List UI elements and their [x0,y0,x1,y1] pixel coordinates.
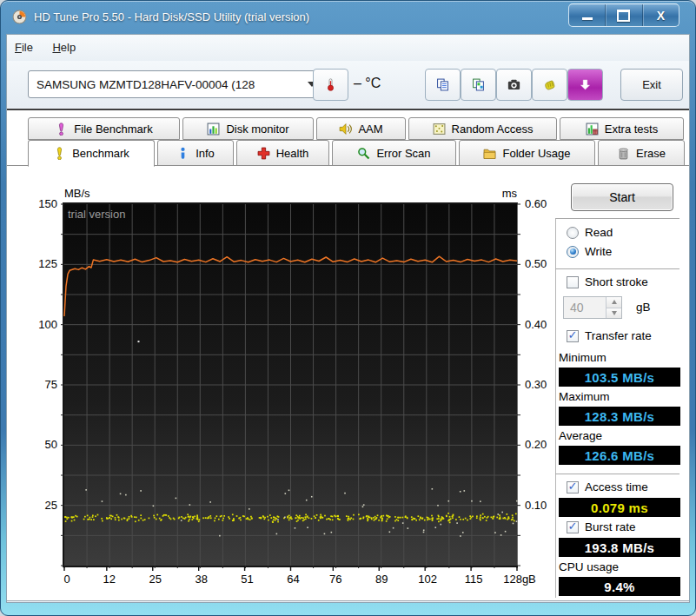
stepper-up-button[interactable] [607,297,621,308]
temperature-button[interactable] [313,69,348,101]
plot-canvas [64,204,517,566]
read-radio[interactable]: Read [567,226,613,239]
drive-select-value: SAMSUNG MZMTD128HAFV-00004 (128 [36,78,255,91]
file-benchmark-icon [55,123,68,136]
y-right-tick: 0.40 [525,318,547,331]
write-radio-circle[interactable] [567,246,579,258]
y-left-tick: 25 [23,499,57,512]
y-left-tick: 50 [23,438,57,451]
minimum-value: 103.5 MB/s [559,368,680,387]
close-button[interactable]: X [642,4,679,26]
burst-rate-checkbox[interactable] [567,521,579,533]
tab-extra-tests[interactable]: Extra tests [560,117,684,140]
x-tick: 51 [228,573,268,586]
y-right-tick: 0.60 [525,197,547,210]
tab-error-scan[interactable]: Error Scan [332,140,456,166]
transfer-rate-checkbox[interactable] [567,330,579,342]
download-button[interactable] [567,69,603,101]
y-right-tick: 0.20 [525,438,547,451]
toolbar: SAMSUNG MZMTD128HAFV-00004 (128 – °C [7,61,689,108]
disk-monitor-icon [207,123,220,136]
exit-button[interactable]: Exit [620,69,683,101]
tab-file-benchmark[interactable]: File Benchmark [28,117,180,140]
tab-info[interactable]: Info [157,140,234,166]
drive-select[interactable]: SAMSUNG MZMTD128HAFV-00004 (128 [28,70,325,98]
menu-file[interactable]: File [7,35,41,59]
copy-text-button[interactable] [425,69,461,101]
benchmark-icon [53,147,66,160]
trash-icon [617,147,630,160]
x-tick: 115 [454,573,494,586]
access-time-checkbox[interactable] [567,481,579,493]
tab-row-primary: Benchmark Info Health [28,140,685,166]
short-stroke-size-value: 40 [570,301,584,315]
y-right-tick: 0.30 [525,378,547,391]
maximize-button[interactable] [605,4,641,26]
maximum-label: Maximum [559,390,610,403]
write-radio[interactable]: Write [567,245,612,258]
caption-buttons: X [568,3,679,27]
maximize-icon [617,10,630,22]
y-left-tick: 125 [23,257,57,270]
average-value: 126.6 MB/s [559,446,680,465]
start-button[interactable]: Start [571,183,673,211]
access-time-checkbox-row[interactable]: Access time [567,480,648,493]
x-tick: 102 [408,573,447,586]
extra-tests-icon [586,123,599,136]
copy-image-button[interactable] [461,69,496,101]
menu-help[interactable]: Help [44,35,83,59]
separator [555,268,679,269]
short-stroke-checkbox[interactable] [567,276,579,288]
x-tick: 89 [361,573,401,586]
burst-rate-value: 193.8 MB/s [559,538,680,557]
maximum-value: 128.3 MB/s [559,407,680,426]
close-icon: X [657,10,665,22]
x-tick: 64 [274,573,314,586]
tab-aam[interactable]: AAM [316,117,406,140]
y-right-tick: 0.10 [525,499,547,512]
menu-bar: File Help [7,35,689,61]
main-panel: File Benchmark Disk monitor [7,109,689,601]
title-bar: HD Tune Pro 5.50 - Hard Disk/SSD Utility… [1,1,695,34]
screenshot-button[interactable] [496,69,532,101]
copy-text-icon [436,78,449,91]
short-stroke-size-stepper[interactable]: 40 [563,296,622,319]
transfer-rate-checkbox-row[interactable]: Transfer rate [567,329,652,342]
separator [555,474,679,474]
short-stroke-unit: gB [636,301,651,314]
y-left-tick: 150 [23,197,57,210]
access-time-value: 0.079 ms [559,498,680,517]
donate-button[interactable] [532,69,567,101]
trial-watermark: trial version [68,208,125,221]
minimize-button[interactable] [569,4,605,26]
y-right-tick: 0.50 [525,257,547,270]
stepper-down-button[interactable] [607,308,621,319]
app-icon [12,10,27,24]
stepper-buttons [606,297,621,318]
minimum-label: Minimum [559,351,607,364]
info-icon [176,147,189,160]
random-access-icon [433,123,446,136]
tab-erase[interactable]: Erase [598,140,685,166]
tab-random-access[interactable]: Random Access [408,117,557,140]
burst-rate-checkbox-row[interactable]: Burst rate [567,520,636,533]
y-axis-right-title: ms [482,187,517,200]
download-arrow-icon [579,78,592,91]
short-stroke-checkbox-row[interactable]: Short stroke [567,275,648,288]
health-icon [257,147,270,160]
tab-folder-usage[interactable]: Folder Usage [459,140,595,166]
tab-health[interactable]: Health [236,140,329,166]
read-radio-circle[interactable] [567,227,579,239]
copy-image-icon [472,78,485,91]
x-tick: 76 [315,573,355,586]
magnifier-icon [357,147,370,160]
x-tick: 0 [47,573,87,586]
tab-benchmark[interactable]: Benchmark [28,140,155,167]
temperature-value: – °C [354,76,381,91]
app-window: HD Tune Pro 5.50 - Hard Disk/SSD Utility… [0,0,696,616]
x-tick: 128gB [500,573,540,586]
window-title: HD Tune Pro 5.50 - Hard Disk/SSD Utility… [34,10,309,23]
y-axis-left-title: MB/s [64,187,90,200]
sidebar-divider [555,218,556,598]
tab-disk-monitor[interactable]: Disk monitor [182,117,314,140]
